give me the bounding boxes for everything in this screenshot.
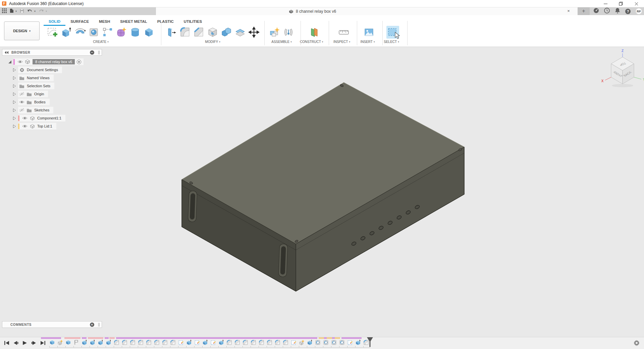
combine-icon[interactable] (220, 26, 233, 39)
extensions-gauge-icon[interactable] (593, 8, 599, 15)
timeline-feature-box[interactable] (65, 340, 71, 345)
step-forward-button[interactable] (31, 340, 37, 346)
redo-icon[interactable] (39, 8, 44, 14)
expander-icon[interactable] (12, 116, 17, 120)
visibility-eye-icon[interactable] (21, 124, 29, 128)
play-button[interactable] (21, 340, 28, 346)
view-cube[interactable]: TOP RIGHT BACK Z X Y (597, 48, 644, 90)
fillet-icon[interactable] (179, 26, 192, 39)
timeline-feature-fillet[interactable] (259, 340, 264, 345)
hole-icon[interactable] (88, 26, 100, 39)
timeline-feature-extrude[interactable] (307, 340, 313, 345)
expander-icon[interactable] (12, 92, 17, 96)
timeline-feature-fillet[interactable] (170, 340, 176, 345)
comments-header[interactable]: COMMENTS + (2, 321, 102, 328)
collapse-panel-icon[interactable] (5, 51, 9, 54)
browser-item-document-settings[interactable]: Document Settings (2, 66, 102, 74)
pattern-icon[interactable] (101, 26, 114, 39)
form-icon[interactable] (115, 26, 128, 39)
expander-icon[interactable] (12, 68, 17, 72)
skip-to-end-button[interactable] (40, 340, 46, 346)
visibility-eye-icon[interactable] (16, 60, 24, 64)
new-component-icon[interactable] (268, 26, 281, 39)
revolve-icon[interactable] (74, 26, 87, 39)
timeline-feature-hole[interactable] (315, 340, 321, 345)
timeline-feature-extrude[interactable] (82, 340, 87, 345)
tab-plastic[interactable]: PLASTIC (152, 18, 179, 26)
offset-plane-icon[interactable] (308, 26, 321, 39)
joint-icon[interactable] (282, 26, 295, 39)
timeline-feature-fillet[interactable] (243, 340, 248, 345)
file-menu-caret[interactable]: ▾ (15, 10, 17, 13)
split-body-icon[interactable] (234, 26, 247, 39)
app-launcher-grid-icon[interactable] (2, 8, 7, 14)
timeline-feature-extrude[interactable] (90, 340, 95, 345)
assemble-dropdown[interactable]: ASSEMBLE▾ (268, 40, 295, 44)
shell-icon[interactable] (206, 26, 219, 39)
viewport-canvas[interactable]: TOP RIGHT BACK Z X Y BROWSER − (0, 47, 644, 337)
timeline-feature-sketch[interactable] (178, 340, 184, 345)
timeline-feature-fillet[interactable] (122, 340, 127, 345)
timeline-feature-hole[interactable] (323, 340, 329, 345)
timeline-feature-fillet[interactable] (267, 340, 272, 345)
insert-canvas-icon[interactable] (363, 26, 375, 39)
construct-dropdown[interactable]: CONSTRUCT▾ (300, 40, 323, 44)
document-tab-close-icon[interactable]: × (566, 8, 572, 14)
undo-caret[interactable]: ▾ (34, 10, 36, 13)
timeline-feature-sketch[interactable] (347, 340, 353, 345)
timeline-feature-fillet[interactable] (138, 340, 144, 345)
timeline-feature-newcomp[interactable] (57, 340, 63, 345)
timeline-feature-fillet[interactable] (251, 340, 256, 345)
visibility-eye-icon[interactable] (18, 92, 25, 96)
timeline-feature-flag[interactable] (73, 340, 79, 345)
press-pull-icon[interactable] (165, 26, 178, 39)
expander-icon[interactable] (12, 76, 17, 80)
profile-avatar[interactable]: RP (636, 8, 642, 14)
timeline-feature-extrude[interactable] (218, 340, 224, 345)
browser-header[interactable]: BROWSER − (2, 49, 102, 56)
timeline-feature-fillet[interactable] (283, 340, 288, 345)
browser-item-origin[interactable]: Origin (2, 90, 102, 98)
minimize-button[interactable] (598, 0, 613, 7)
timeline-feature-fillet[interactable] (226, 340, 232, 345)
tab-utilities[interactable]: UTILITIES (179, 18, 207, 26)
browser-item-sketches[interactable]: Sketches (2, 106, 102, 114)
file-menu-icon[interactable] (10, 8, 14, 14)
visibility-eye-icon[interactable] (18, 100, 25, 104)
timeline-feature-sketch[interactable] (210, 340, 216, 345)
panel-grip[interactable] (98, 51, 100, 54)
panel-grip[interactable] (98, 323, 100, 327)
visibility-eye-icon[interactable] (18, 108, 25, 112)
browser-item-named-views[interactable]: Named Views (2, 74, 102, 82)
timeline-feature-extrude[interactable] (202, 340, 208, 345)
extrude-icon[interactable] (60, 26, 73, 39)
create-sketch-icon[interactable] (46, 26, 59, 39)
move-icon[interactable] (248, 26, 260, 39)
timeline-feature-hole[interactable] (339, 340, 345, 345)
select-dropdown[interactable]: SELECT▾ (384, 40, 399, 44)
timeline-feature-fillet[interactable] (146, 340, 152, 345)
insert-dropdown[interactable]: INSERT▾ (360, 40, 375, 44)
expander-icon[interactable] (12, 108, 17, 112)
create-dropdown[interactable]: CREATE▾ (46, 40, 155, 44)
notifications-bell-icon[interactable] (615, 8, 620, 15)
timeline-feature-extrude[interactable] (98, 340, 103, 345)
tab-mesh[interactable]: MESH (94, 18, 115, 26)
redo-caret[interactable]: ▾ (46, 10, 47, 13)
comments-expand-icon[interactable]: + (90, 322, 94, 327)
step-back-button[interactable] (12, 340, 19, 346)
activate-component-radio[interactable] (76, 59, 82, 64)
timeline-feature-box[interactable] (49, 340, 55, 345)
expander-icon[interactable] (12, 124, 17, 128)
browser-item-selection-sets[interactable]: Selection Sets (2, 82, 102, 90)
save-icon[interactable] (20, 8, 24, 14)
restore-button[interactable] (613, 0, 629, 7)
tab-sheet-metal[interactable]: SHEET METAL (115, 18, 152, 26)
timeline-feature-fillet[interactable] (275, 340, 280, 345)
timeline-feature-extrude[interactable] (186, 340, 192, 345)
timeline-playhead[interactable] (366, 337, 374, 347)
timeline-feature-fillet[interactable] (162, 340, 168, 345)
box-icon[interactable] (143, 26, 155, 39)
inspect-dropdown[interactable]: INSPECT▾ (333, 40, 350, 44)
timeline-feature-extrude[interactable] (355, 340, 361, 345)
